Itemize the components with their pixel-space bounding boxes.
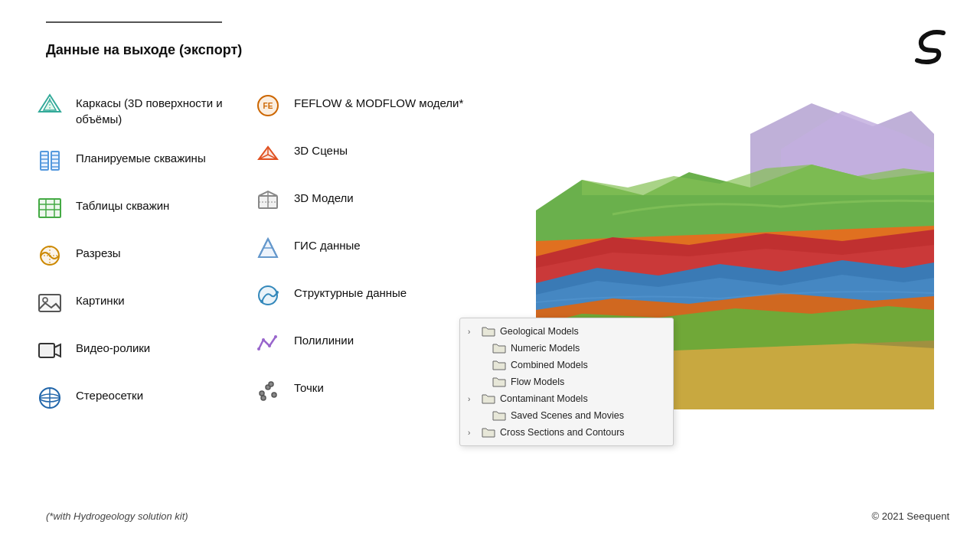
chevron-right-icon: › <box>468 328 479 336</box>
svg-rect-14 <box>39 199 60 217</box>
popup-numeric-models[interactable]: Numeric Models <box>460 340 673 357</box>
popup-contaminant-models[interactable]: › Contaminant Models <box>460 390 673 407</box>
svg-point-47 <box>274 335 277 338</box>
right-column: FE FEFLOW & MODFLOW модели* 3D Сцены 3D … <box>253 92 467 424</box>
svg-point-51 <box>269 382 273 386</box>
list-item-borehole-tables: Таблицы скважин <box>34 194 249 222</box>
svg-rect-22 <box>39 295 60 311</box>
wireframe-icon <box>34 92 65 119</box>
top-divider <box>46 21 222 23</box>
list-item-3d-scenes: 3D Сцены <box>253 139 467 167</box>
list-item-points: Точки <box>253 377 467 404</box>
contaminant-models-label: Contaminant Models <box>500 393 588 404</box>
svg-point-44 <box>257 347 260 350</box>
svg-point-43 <box>276 291 279 294</box>
list-item-cross-sections: Разрезы <box>34 242 249 269</box>
planned-wells-icon <box>34 147 65 174</box>
svg-point-46 <box>268 344 271 347</box>
3d-models-label: 3D Модели <box>294 187 354 206</box>
borehole-tables-icon <box>34 194 65 222</box>
folder-icon-6 <box>492 410 506 421</box>
feflow-label: FEFLOW & MODFLOW модели* <box>294 92 463 111</box>
planned-wells-label: Планируемые скважины <box>76 147 206 166</box>
3d-models-icon <box>253 187 283 214</box>
stereonets-icon <box>34 384 65 412</box>
gis-label: ГИС данные <box>294 234 361 253</box>
folder-icon-2 <box>492 343 506 354</box>
footer-note: (*with Hydrogeology solution kit) <box>46 510 188 522</box>
wireframe-label: Каркасы (3D поверхности и объёмы) <box>76 92 249 127</box>
folder-icon <box>482 326 495 337</box>
svg-rect-24 <box>39 344 54 357</box>
points-label: Точки <box>294 377 324 396</box>
flow-models-label: Flow Models <box>511 377 564 387</box>
popup-combined-models[interactable]: Combined Models <box>460 357 673 373</box>
cross-sections-contours-label: Cross Sections and Contours <box>500 427 625 438</box>
list-item-structural: Структурные данные <box>253 282 467 309</box>
svg-text:FE: FE <box>263 102 273 110</box>
svg-point-50 <box>272 393 276 397</box>
list-item-images: Картинки <box>34 289 249 317</box>
3d-scenes-icon <box>253 139 283 167</box>
folder-icon-3 <box>492 360 506 370</box>
svg-point-52 <box>261 396 266 400</box>
cross-sections-icon <box>34 242 65 269</box>
chevron-right-icon-2: › <box>468 395 479 403</box>
structural-icon <box>253 282 283 309</box>
popup-geological-models[interactable]: › Geological Models <box>460 323 673 340</box>
list-item-feflow: FE FEFLOW & MODFLOW модели* <box>253 92 467 119</box>
list-item-3d-models: 3D Модели <box>253 187 467 214</box>
svg-point-48 <box>260 391 264 396</box>
points-icon <box>253 377 283 404</box>
combined-models-label: Combined Models <box>511 360 588 370</box>
svg-point-42 <box>260 300 263 303</box>
images-icon <box>34 289 65 317</box>
3d-scenes-label: 3D Сцены <box>294 139 348 158</box>
images-label: Картинки <box>76 289 125 308</box>
videos-label: Видео-ролики <box>76 337 150 356</box>
svg-point-45 <box>262 338 265 341</box>
popup-flow-models[interactable]: Flow Models <box>460 373 673 390</box>
list-item-planned-wells: Планируемые скважины <box>34 147 249 174</box>
folder-icon-5 <box>482 393 495 404</box>
structural-label: Структурные данные <box>294 282 407 301</box>
borehole-tables-label: Таблицы скважин <box>76 194 169 214</box>
chevron-right-icon-3: › <box>468 429 479 437</box>
page-title: Данные на выходе (экспорт) <box>46 42 242 58</box>
popup-panel: › Geological Models Numeric Models Combi… <box>459 318 674 446</box>
list-item-wireframes: Каркасы (3D поверхности и объёмы) <box>34 92 249 127</box>
saved-scenes-label: Saved Scenes and Movies <box>511 410 624 421</box>
polylines-icon <box>253 329 283 357</box>
list-item-stereonets: Стереосетки <box>34 384 249 412</box>
folder-icon-4 <box>492 377 506 387</box>
cross-sections-label: Разрезы <box>76 242 121 261</box>
gis-icon <box>253 234 283 262</box>
polylines-label: Полилинии <box>294 329 354 348</box>
videos-icon <box>34 337 65 364</box>
folder-icon-7 <box>482 427 495 438</box>
left-column: Каркасы (3D поверхности и объёмы) Планир… <box>34 92 249 432</box>
stereonets-label: Стереосетки <box>76 384 143 403</box>
feflow-icon: FE <box>253 92 283 119</box>
numeric-models-label: Numeric Models <box>511 343 580 354</box>
list-item-polylines: Полилинии <box>253 329 467 357</box>
popup-saved-scenes[interactable]: Saved Scenes and Movies <box>460 407 673 424</box>
list-item-videos: Видео-ролики <box>34 337 249 364</box>
geological-models-label: Geological Models <box>500 326 579 337</box>
popup-cross-sections[interactable]: › Cross Sections and Contours <box>460 424 673 441</box>
seequent-logo <box>911 27 949 72</box>
footer-copyright: © 2021 Seequent <box>872 510 949 522</box>
svg-marker-25 <box>54 344 60 357</box>
list-item-gis: ГИС данные <box>253 234 467 262</box>
